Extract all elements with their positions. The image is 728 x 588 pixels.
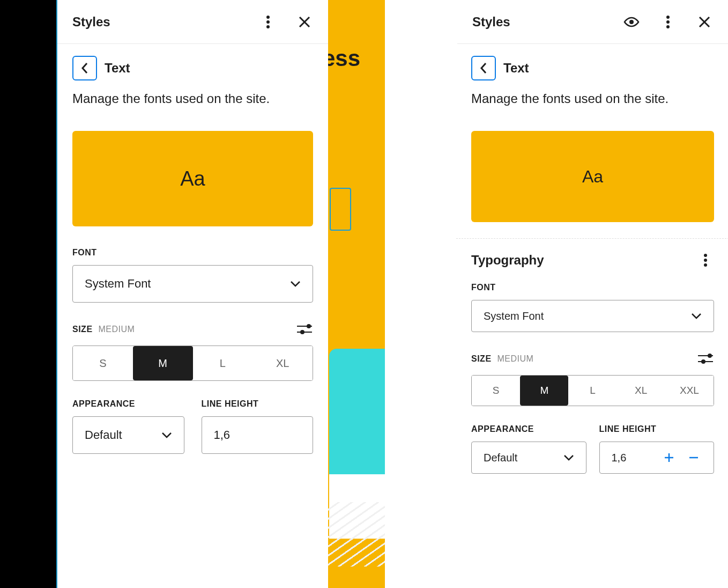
size-option-s[interactable]: S <box>73 346 133 380</box>
style-book-button[interactable] <box>623 13 640 31</box>
svg-point-13 <box>704 263 707 267</box>
svg-point-0 <box>266 16 270 19</box>
font-select-value: System Font <box>484 310 544 322</box>
svg-point-11 <box>704 254 707 257</box>
chevron-down-icon <box>290 281 301 287</box>
chevron-down-icon <box>563 454 574 461</box>
header-actions <box>623 13 713 31</box>
chevron-down-icon <box>161 432 172 438</box>
section-description: Manage the fonts used on the site. <box>72 90 313 107</box>
svg-line-4 <box>300 17 309 27</box>
appearance-label: APPEARANCE <box>471 424 586 434</box>
styles-panel-right: Styles Text Manage the fonts used on the… <box>457 0 728 588</box>
svg-point-1 <box>266 20 270 24</box>
svg-point-6 <box>666 16 670 19</box>
sliders-icon <box>698 354 713 364</box>
header-actions <box>259 13 313 31</box>
svg-point-2 <box>266 25 270 28</box>
size-option-m[interactable]: M <box>520 376 568 406</box>
size-option-s[interactable]: S <box>472 376 520 406</box>
font-label: FONT <box>471 283 714 292</box>
close-button[interactable] <box>296 13 313 31</box>
minus-icon <box>688 452 699 463</box>
more-button[interactable] <box>259 13 277 31</box>
plus-icon <box>664 452 674 463</box>
font-preview: Aa <box>471 131 714 222</box>
breadcrumb-row: Text <box>471 56 714 80</box>
svg-point-8 <box>666 25 670 28</box>
close-button[interactable] <box>696 13 713 31</box>
back-button[interactable] <box>471 56 496 80</box>
section-divider <box>456 238 728 239</box>
line-height-value: 1,6 <box>612 452 627 464</box>
size-segmented-control: S M L XL <box>72 346 313 381</box>
chevron-left-icon <box>480 62 487 74</box>
typography-heading: Typography <box>471 253 544 268</box>
size-option-l[interactable]: L <box>568 376 616 406</box>
section-description: Manage the fonts used on the site. <box>471 90 714 107</box>
appearance-value: Default <box>484 452 517 464</box>
typography-more-button[interactable] <box>697 252 714 269</box>
more-vertical-icon <box>666 15 670 29</box>
section-title: Text <box>105 61 130 76</box>
canvas-illustration-bg <box>329 349 385 483</box>
size-option-xl[interactable]: XL <box>252 346 313 380</box>
size-segmented-control: S M L XL XXL <box>471 375 714 406</box>
size-option-m[interactable]: M <box>133 346 193 380</box>
line-height-decrement[interactable] <box>686 450 702 466</box>
canvas-selection-outline <box>330 188 351 231</box>
more-vertical-icon <box>266 15 270 29</box>
editor-sidebar-strip <box>0 0 57 588</box>
line-height-label: LINE HEIGHT <box>202 399 314 409</box>
panel-header: Styles <box>457 0 728 44</box>
size-settings-button[interactable] <box>697 350 714 367</box>
size-label: SIZE MEDIUM <box>471 354 533 364</box>
svg-line-3 <box>300 17 309 27</box>
close-icon <box>299 16 310 28</box>
font-select-value: System Font <box>85 277 151 291</box>
more-button[interactable] <box>659 13 677 31</box>
svg-line-10 <box>700 17 709 27</box>
more-vertical-icon <box>703 253 708 267</box>
canvas-peek: ess <box>328 0 385 588</box>
canvas-text-fragment: ess <box>328 46 360 71</box>
svg-line-9 <box>700 17 709 27</box>
chevron-down-icon <box>691 313 702 319</box>
line-height-increment[interactable] <box>661 450 677 466</box>
breadcrumb-row: Text <box>72 56 313 80</box>
appearance-select[interactable]: Default <box>72 416 184 454</box>
line-height-stepper[interactable]: 1,6 <box>599 442 715 474</box>
eye-icon <box>623 17 640 27</box>
appearance-value: Default <box>85 428 122 442</box>
size-label: SIZE MEDIUM <box>72 325 135 334</box>
svg-point-12 <box>704 259 707 262</box>
panel-title: Styles <box>472 14 510 30</box>
font-label: FONT <box>72 248 313 258</box>
close-icon <box>699 16 710 28</box>
appearance-label: APPEARANCE <box>72 399 184 409</box>
appearance-select[interactable]: Default <box>471 442 586 474</box>
line-height-label: LINE HEIGHT <box>599 424 715 434</box>
size-settings-button[interactable] <box>296 321 313 338</box>
section-title: Text <box>503 61 529 76</box>
svg-point-5 <box>629 20 634 24</box>
panel-title: Styles <box>72 14 110 30</box>
sliders-icon <box>297 324 312 335</box>
canvas-hatch-pattern <box>328 502 385 567</box>
size-option-l[interactable]: L <box>193 346 253 380</box>
font-preview: Aa <box>72 131 313 226</box>
line-height-input[interactable]: 1,6 <box>202 416 314 454</box>
back-button[interactable] <box>72 56 97 80</box>
panel-header: Styles <box>57 0 328 44</box>
font-select[interactable]: System Font <box>471 300 714 332</box>
svg-point-7 <box>666 20 670 24</box>
font-select[interactable]: System Font <box>72 265 313 303</box>
chevron-left-icon <box>81 62 88 74</box>
size-option-xxl[interactable]: XXL <box>665 376 714 406</box>
styles-panel-left: Styles Text Manage the fonts used on the… <box>57 0 328 588</box>
size-option-xl[interactable]: XL <box>617 376 665 406</box>
